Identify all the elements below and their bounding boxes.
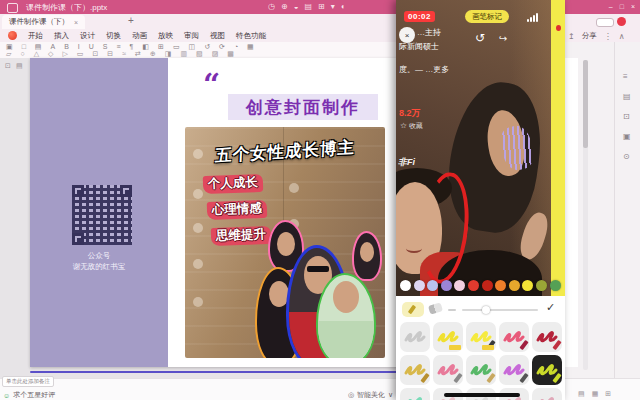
view-mode-icons[interactable]: ▤▦⊞ xyxy=(578,390,611,398)
brush-tile[interactable] xyxy=(499,355,529,385)
menu-item[interactable]: 特色功能 xyxy=(236,31,266,41)
more-icon[interactable]: ⋮ xyxy=(604,32,612,41)
brush-tile[interactable] xyxy=(532,322,562,352)
toolbar-icon[interactable]: ○ xyxy=(20,50,24,58)
palette-color-dot[interactable] xyxy=(495,280,506,291)
gutter-icon[interactable]: ▤ xyxy=(16,62,23,70)
window-control-icon[interactable]: □ xyxy=(620,1,624,13)
gutter-icon[interactable]: ⊡ xyxy=(5,62,11,70)
pen-tool-button[interactable] xyxy=(402,302,424,317)
redo-icon[interactable]: ↪ xyxy=(499,33,507,44)
palette-color-dot[interactable] xyxy=(509,280,520,291)
toolbar-icon[interactable]: ▱ xyxy=(6,50,11,58)
panel-icon[interactable]: ▤ xyxy=(623,92,631,101)
brush-tile[interactable] xyxy=(400,355,430,385)
toolbar-icon[interactable]: ◇ xyxy=(48,50,53,58)
brush-tile[interactable] xyxy=(466,322,496,352)
titlebar-icon[interactable]: ◒ xyxy=(294,1,299,13)
menu-item[interactable]: 审阅 xyxy=(184,31,199,41)
toolbar-icon[interactable]: ◨ xyxy=(165,50,172,58)
palette-color-dot[interactable] xyxy=(468,280,479,291)
share-button[interactable]: 分享 xyxy=(582,31,597,41)
toolbar-icon[interactable]: ▨ xyxy=(212,50,219,58)
toolbar-icon[interactable]: ≈ xyxy=(122,50,126,58)
phone-video[interactable]: 00:02 画笔标记 × ↺ ↪ …主持 际新闻硕士 度。— …更多 8.2万 … xyxy=(396,0,565,296)
titlebar-icon-row[interactable]: ◷⊕◒▤⊞▾◐ xyxy=(268,1,346,13)
titlebar-icon[interactable]: ◐ xyxy=(341,1,346,13)
window-controls[interactable]: –□× xyxy=(609,1,635,13)
document-tab[interactable]: 课件制作课（下） × xyxy=(2,15,85,29)
menu-item[interactable]: 切换 xyxy=(106,31,121,41)
panel-icon[interactable]: ⊙ xyxy=(623,152,630,161)
phone-mirror-window[interactable]: 00:02 画笔标记 × ↺ ↪ …主持 际新闻硕士 度。— …更多 8.2万 … xyxy=(396,0,565,400)
video-description[interactable]: 度。— …更多 xyxy=(399,64,449,75)
member-badge[interactable] xyxy=(596,18,614,27)
palette-color-dot[interactable] xyxy=(482,280,493,291)
menu-item[interactable]: 开始 xyxy=(28,31,43,41)
toolbar-icon[interactable]: ⇄ xyxy=(135,50,141,58)
panel-icon[interactable]: ≡ xyxy=(623,72,628,81)
brush-tile-selected[interactable] xyxy=(532,355,562,385)
titlebar-icon[interactable]: ▾ xyxy=(331,1,335,13)
brush-tile[interactable] xyxy=(499,322,529,352)
vertical-scrollbar[interactable] xyxy=(583,60,588,370)
share-icon[interactable]: ↥ xyxy=(568,32,575,41)
favorite-label[interactable]: ☆ 收藏 xyxy=(400,121,423,131)
user-avatar[interactable] xyxy=(617,17,626,26)
brush-tile[interactable] xyxy=(433,355,463,385)
toolbar-icon[interactable]: ⊕ xyxy=(150,50,156,58)
palette-color-dot[interactable] xyxy=(550,280,561,291)
palette-color-dot[interactable] xyxy=(427,280,438,291)
brush-mode-pill[interactable]: 画笔标记 xyxy=(465,10,509,23)
titlebar-icon[interactable]: ⊞ xyxy=(318,1,325,13)
menu-item[interactable]: 设计 xyxy=(80,31,95,41)
toolbar-icon[interactable]: △ xyxy=(34,50,39,58)
slider-knob[interactable] xyxy=(482,306,490,314)
new-tab-button[interactable]: + xyxy=(128,15,134,26)
toolbar-icon[interactable]: ⊡ xyxy=(92,50,98,58)
brush-tile[interactable] xyxy=(433,322,463,352)
titlebar-icon[interactable]: ◷ xyxy=(268,1,275,13)
palette-color-dot[interactable] xyxy=(522,280,533,291)
titlebar-icon[interactable]: ⊕ xyxy=(281,1,288,13)
menu-item[interactable]: 视图 xyxy=(210,31,225,41)
smart-beautify-button[interactable]: ◎ 智能美化 ∨ xyxy=(348,390,393,400)
tab-close-icon[interactable]: × xyxy=(74,19,78,26)
cover-collage-image[interactable]: 五个女性成长博主 个人成长 心理情感 思维提升 xyxy=(185,127,385,358)
menu-item[interactable]: 动画 xyxy=(132,31,147,41)
toolbar-icon[interactable]: ▦ xyxy=(247,43,254,51)
eraser-tool-button[interactable] xyxy=(428,302,443,315)
toolbar-icon[interactable]: ▥ xyxy=(180,50,187,58)
titlebar-icon[interactable]: ▤ xyxy=(305,1,313,13)
confirm-check-icon[interactable]: ✓ xyxy=(546,301,555,314)
brush-tile[interactable] xyxy=(466,355,496,385)
toolbar-row-2[interactable]: ▱○△◇▷▭⊡⊟≈⇄⊕◨▥▧▨▩ xyxy=(6,50,234,58)
menu-item[interactable]: 放映 xyxy=(158,31,173,41)
brush-tile[interactable] xyxy=(400,322,430,352)
brush-tile[interactable] xyxy=(532,388,562,400)
palette-color-dot[interactable] xyxy=(441,280,452,291)
palette-color-dot[interactable] xyxy=(400,280,411,291)
toolbar-icon[interactable]: ▧ xyxy=(196,50,203,58)
window-control-icon[interactable]: – xyxy=(609,1,613,13)
palette-color-dot[interactable] xyxy=(536,280,547,291)
palette-color-dot[interactable] xyxy=(414,280,425,291)
undo-icon[interactable]: ↺ xyxy=(475,31,485,45)
status-left[interactable]: ☺ 求个五星好评 xyxy=(3,390,55,400)
brush-tile[interactable] xyxy=(400,388,430,400)
toolbar-icon[interactable]: ◔ xyxy=(234,43,238,51)
toolbar-icon[interactable]: ⊟ xyxy=(107,50,113,58)
window-control-icon[interactable]: × xyxy=(631,1,635,13)
toolbar-icon[interactable]: ▷ xyxy=(62,50,67,58)
menu-item[interactable]: 插入 xyxy=(54,31,69,41)
wps-logo-icon[interactable] xyxy=(8,31,17,40)
brush-size-slider[interactable] xyxy=(462,309,538,311)
home-indicator[interactable] xyxy=(444,393,520,397)
panel-icon[interactable]: ▣ xyxy=(623,132,631,141)
notes-tooltip[interactable]: 单击此处添加备注 xyxy=(2,376,54,387)
panel-icon[interactable]: ⊡ xyxy=(623,112,630,121)
toolbar-icon[interactable]: ▩ xyxy=(227,50,234,58)
toolbar-icon[interactable]: ▭ xyxy=(77,50,84,58)
palette-color-dot[interactable] xyxy=(454,280,465,291)
collapse-ribbon-icon[interactable]: ∧ xyxy=(619,32,625,41)
